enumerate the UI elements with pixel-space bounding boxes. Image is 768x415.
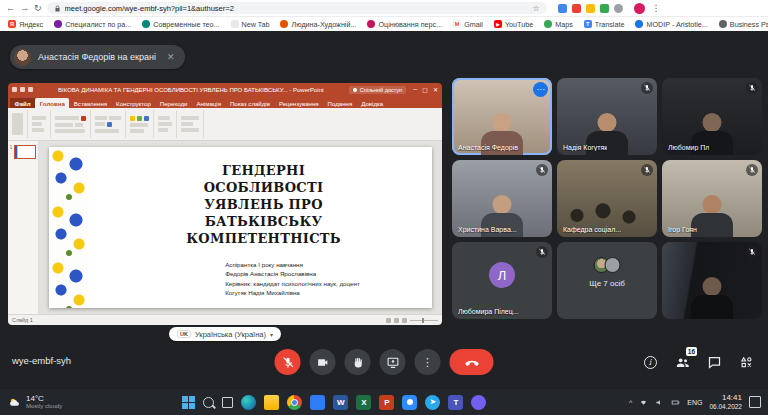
slide-thumbnail[interactable]	[14, 145, 36, 159]
powerpoint-icon[interactable]: P	[379, 395, 394, 410]
tab-help[interactable]: Довідка	[357, 98, 388, 108]
tab-design[interactable]: Конструктор	[112, 98, 156, 108]
participant-tile[interactable]: Ігор Гоян	[662, 160, 762, 237]
participant-tile[interactable]: Надія Когутяк	[557, 78, 657, 155]
mic-button[interactable]	[275, 349, 301, 375]
search-icon[interactable]	[203, 397, 214, 408]
time: 14:41	[709, 393, 742, 403]
store-icon[interactable]	[310, 395, 325, 410]
weather-widget[interactable]: 14°C Mostly cloudy	[0, 389, 70, 415]
forward-icon[interactable]: →	[20, 4, 29, 13]
bookmark-label: Яндекс	[19, 20, 43, 29]
telegram-icon[interactable]: ➤	[425, 395, 440, 410]
tab-transitions[interactable]: Переходи	[155, 98, 192, 108]
viber-icon[interactable]	[471, 395, 486, 410]
bookmark-yandex[interactable]: ЯЯндекс	[8, 20, 43, 29]
favicon	[367, 20, 375, 28]
people-button[interactable]: 16	[674, 354, 690, 370]
tab-view[interactable]: Подання	[323, 98, 357, 108]
share-button[interactable]: Спільний доступ	[349, 86, 406, 94]
bookmark-gmail[interactable]: MGmail	[453, 20, 483, 29]
volume-icon[interactable]	[655, 398, 664, 407]
bookmark-item[interactable]: Людина-Художній...	[280, 20, 356, 29]
activities-button[interactable]	[738, 354, 754, 370]
leave-call-button[interactable]	[450, 349, 494, 375]
slide-title: ГЕНДЕРНІ ОСОБЛИВОСТІ УЯВЛЕНЬ ПРО БАТЬКІВ…	[166, 163, 361, 247]
tab-insert[interactable]: Вставлення	[69, 98, 111, 108]
windows-taskbar: 14°C Mostly cloudy W X P ➤ T ^ ENG	[0, 389, 768, 415]
extension-icon-2[interactable]	[572, 4, 581, 13]
ribbon	[8, 108, 442, 141]
participant-tile[interactable]: Кафедра соціал...	[557, 160, 657, 237]
more-options-button[interactable]: ⋮	[415, 349, 441, 375]
battery-icon[interactable]	[671, 398, 680, 407]
chrome-icon[interactable]	[287, 395, 302, 410]
view-zoom-controls[interactable]	[386, 318, 438, 323]
extension-icon-3[interactable]	[586, 4, 595, 13]
bookmark-label: Business Psycholog...	[730, 20, 768, 29]
activities-icon	[739, 355, 754, 370]
tab-review[interactable]: Рецензування	[274, 98, 323, 108]
clock[interactable]: 14:41 06.04.2022	[709, 393, 742, 410]
bookmark-label: MODIP - Aristotle...	[646, 20, 707, 29]
bookmark-youtube[interactable]: ▶YouTube	[494, 20, 533, 29]
meeting-details-button[interactable]: i	[642, 354, 658, 370]
tile-options-icon[interactable]: ⋯	[533, 82, 548, 97]
hidden-icons-caret[interactable]: ^	[629, 399, 632, 406]
edge-icon[interactable]	[241, 395, 256, 410]
raise-hand-button[interactable]	[345, 349, 371, 375]
teams-icon[interactable]: T	[448, 395, 463, 410]
participant-tile[interactable]	[662, 242, 762, 319]
bookmark-new-tab[interactable]: New Tab	[231, 20, 270, 29]
wifi-icon[interactable]	[639, 398, 648, 407]
tab-slideshow[interactable]: Показ слайдів	[225, 98, 274, 108]
bookmark-item[interactable]: Business Psycholog...	[719, 20, 768, 29]
extension-icon-4[interactable]	[600, 4, 609, 13]
tab-animations[interactable]: Анімація	[192, 98, 226, 108]
camera-button[interactable]	[310, 349, 336, 375]
zoom-icon[interactable]	[402, 395, 417, 410]
participant-tile[interactable]: Л Любомира Пілец...	[452, 242, 552, 319]
word-icon[interactable]: W	[333, 395, 348, 410]
weather-icon	[8, 396, 21, 409]
reload-icon[interactable]: ↻	[34, 4, 42, 13]
mic-muted-icon	[746, 246, 758, 258]
quick-access-toolbar[interactable]	[12, 87, 33, 92]
info-icon: i	[644, 356, 657, 369]
call-controls: ⋮	[275, 349, 494, 375]
back-icon[interactable]: ←	[6, 4, 15, 13]
extension-icon-1[interactable]	[558, 4, 567, 13]
caption-language-selector[interactable]: UK Українська (Україна) ▾	[169, 327, 281, 341]
address-bar[interactable]: meet.google.com/wye-embf-syh?pil=1&authu…	[47, 2, 547, 14]
present-button[interactable]	[380, 349, 406, 375]
powerpoint-titlebar: ВІКОВА ДИНАМІКА ТА ГЕНДЕРНІ ОСОБЛИВОСТІ …	[8, 83, 442, 96]
overflow-tile[interactable]: Ще 7 осіб	[557, 242, 657, 319]
start-button[interactable]	[182, 396, 195, 409]
participant-tile[interactable]: Христина Варва...	[452, 160, 552, 237]
tab-home[interactable]: Головна	[35, 98, 69, 108]
bookmark-label: Оцінювання перс...	[378, 20, 442, 29]
bookmark-item[interactable]: Специалист по ра...	[54, 20, 131, 29]
extensions-puzzle-icon[interactable]	[614, 4, 623, 13]
chat-button[interactable]	[706, 354, 722, 370]
mic-muted-icon	[641, 82, 653, 94]
window-controls[interactable]: ─▢✕	[413, 86, 438, 93]
bookmark-item[interactable]: Современные тео...	[142, 20, 219, 29]
participant-tile[interactable]: ⋯ Анастасія Федорів	[452, 78, 552, 155]
language-indicator[interactable]: ENG	[687, 399, 702, 406]
bookmark-star-icon[interactable]: ☆	[532, 4, 539, 13]
file-explorer-icon[interactable]	[264, 395, 279, 410]
bookmark-item[interactable]: MODIP - Aristotle...	[635, 20, 707, 29]
avatar	[605, 257, 621, 273]
bookmark-item[interactable]: Оцінювання перс...	[367, 20, 442, 29]
notification-center-icon[interactable]	[749, 396, 761, 408]
participant-tile[interactable]: Любомир Пл	[662, 78, 762, 155]
bookmark-maps[interactable]: Maps	[544, 20, 573, 29]
close-icon[interactable]: ✕	[163, 52, 179, 62]
excel-icon[interactable]: X	[356, 395, 371, 410]
bookmark-translate[interactable]: TTranslate	[584, 20, 625, 29]
profile-avatar[interactable]	[634, 3, 645, 14]
browser-menu-icon[interactable]: ⋮	[652, 3, 661, 13]
task-view-icon[interactable]	[222, 397, 233, 408]
tab-file[interactable]: Файл	[10, 98, 35, 108]
